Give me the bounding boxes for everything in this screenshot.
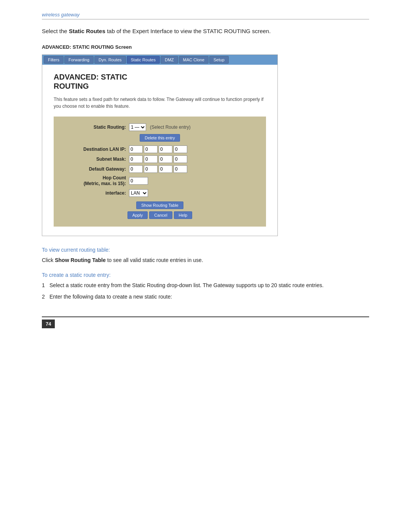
select-route-text: (Select Route entry): [150, 125, 191, 130]
subnet-mask-label: Subnet Mask:: [65, 157, 126, 162]
show-routing-table-button[interactable]: Show Routing Table: [136, 201, 183, 209]
subsection-create-heading: To create a static route entry:: [42, 272, 369, 278]
dest-ip-1[interactable]: [129, 145, 143, 153]
intro-after: tab of the Expert Interface to view the …: [105, 28, 271, 34]
subsection-view-heading: To view current routing table:: [42, 247, 369, 253]
help-button[interactable]: Help: [174, 211, 193, 219]
interface-select[interactable]: LAN WAN: [129, 189, 148, 197]
form-area: Static Routing: 1 — (Select Route entry)…: [54, 117, 266, 227]
page-number: 74: [42, 320, 55, 328]
tab-forwarding[interactable]: Forwarding: [64, 56, 94, 64]
hop-count-controls: [129, 177, 148, 185]
subnet-2[interactable]: [144, 155, 158, 163]
static-routing-label: Static Routing:: [65, 125, 126, 130]
action-buttons-row: Apply Cancel Help: [65, 211, 255, 219]
intro-text: Select the Static Routes tab of the Expe…: [42, 27, 369, 36]
hop-count-label: Hop Count (Metric, max. is 15):: [65, 175, 126, 187]
show-routing-table-row: Show Routing Table: [65, 201, 255, 209]
page-wrapper: wireless gateway Select the Static Route…: [34, 0, 377, 343]
apply-button[interactable]: Apply: [127, 211, 148, 219]
tab-bar: Filters Forwarding Dyn. Routes Static Ro…: [42, 55, 277, 65]
interface-controls: LAN WAN: [129, 189, 148, 197]
gateway-4[interactable]: [174, 165, 187, 173]
dest-lan-ip-fields: [129, 145, 187, 153]
subnet-1[interactable]: [129, 155, 143, 163]
list-item-1: Select a static route entry from the Sta…: [42, 281, 369, 289]
subnet-mask-fields: [129, 155, 187, 163]
subsection-view-body: Click Show Routing Table to see all vali…: [42, 256, 369, 264]
subsection-view-routing: To view current routing table: Click Sho…: [42, 247, 369, 264]
tab-setup[interactable]: Setup: [209, 56, 229, 64]
dest-lan-ip-label: Destination LAN IP:: [65, 147, 126, 152]
default-gateway-label: Default Gateway:: [65, 166, 126, 172]
subsection-create-route: To create a static route entry: Select a…: [42, 272, 369, 301]
tab-static-routes[interactable]: Static Routes: [127, 56, 160, 64]
hop-count-input[interactable]: [129, 177, 148, 185]
screen-description: This feature sets a fixed path for netwo…: [54, 96, 266, 110]
screen-box: Filters Forwarding Dyn. Routes Static Ro…: [42, 54, 278, 236]
body-bold: Show Routing Table: [55, 257, 106, 263]
dest-ip-3[interactable]: [159, 145, 172, 153]
tab-mac-clone[interactable]: MAC Clone: [179, 56, 209, 64]
interface-row: interface: LAN WAN: [65, 189, 255, 197]
body-after: to see all valid static route entries in…: [106, 257, 203, 263]
subnet-4[interactable]: [174, 155, 187, 163]
subnet-mask-row: Subnet Mask:: [65, 155, 255, 163]
interface-label: interface:: [65, 190, 126, 196]
subnet-3[interactable]: [159, 155, 172, 163]
dest-ip-2[interactable]: [144, 145, 158, 153]
screen-content: ADVANCED: STATICROUTING This feature set…: [42, 65, 277, 236]
hop-count-row: Hop Count (Metric, max. is 15):: [65, 175, 255, 187]
tab-dyn-routes[interactable]: Dyn. Routes: [94, 56, 126, 64]
delete-entry-button[interactable]: Delete this entry: [140, 134, 180, 142]
gateway-1[interactable]: [129, 165, 143, 173]
dest-ip-4[interactable]: [174, 145, 187, 153]
intro-before: Select the: [42, 28, 69, 34]
tab-filters[interactable]: Filters: [44, 56, 64, 64]
screen-main-title: ADVANCED: STATICROUTING: [54, 72, 266, 91]
page-footer: 74: [42, 316, 369, 328]
default-gateway-row: Default Gateway:: [65, 165, 255, 173]
section-heading: ADVANCED: STATIC ROUTING Screen: [42, 44, 369, 50]
dest-lan-ip-row: Destination LAN IP:: [65, 145, 255, 153]
tab-dmz[interactable]: DMZ: [161, 56, 178, 64]
gateway-2[interactable]: [144, 165, 158, 173]
intro-bold: Static Routes: [69, 28, 105, 34]
cancel-button[interactable]: Cancel: [149, 211, 172, 219]
default-gateway-fields: [129, 165, 187, 173]
delete-row: Delete this entry: [65, 134, 255, 142]
header-title: wireless gateway: [42, 12, 80, 18]
body-before: Click: [42, 257, 55, 263]
static-routing-controls: 1 — (Select Route entry): [129, 123, 191, 131]
gateway-3[interactable]: [159, 165, 172, 173]
static-routing-select[interactable]: 1 —: [129, 123, 146, 131]
static-routing-row: Static Routing: 1 — (Select Route entry): [65, 123, 255, 131]
list-item-2: Enter the following data to create a new…: [42, 292, 369, 301]
header-line: wireless gateway: [42, 11, 369, 19]
action-btn-group: Apply Cancel Help: [127, 211, 192, 219]
